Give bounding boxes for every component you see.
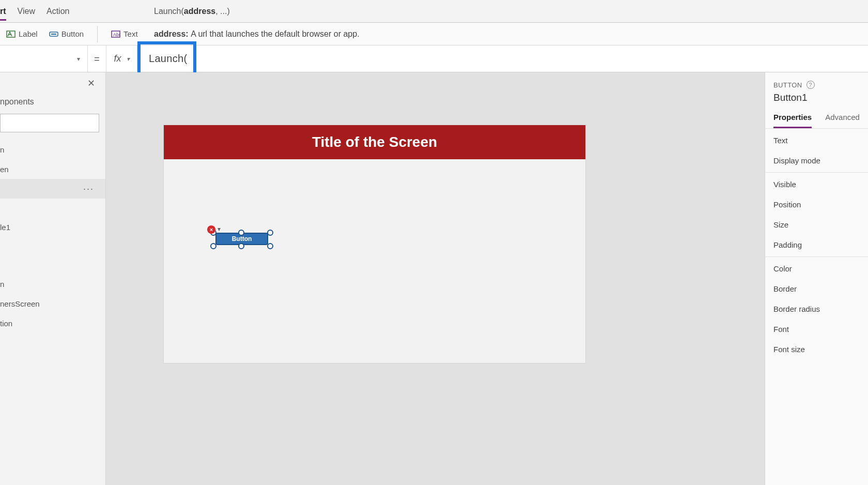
menu-tabs: rt View Action: [0, 0, 147, 22]
ribbon-text-text: Text: [123, 29, 138, 38]
tree-item[interactable]: n: [0, 274, 105, 294]
signature-current-param: address: [184, 7, 215, 16]
prop-font-size[interactable]: Font size: [773, 345, 860, 354]
properties-list: Text Display mode: [765, 129, 868, 172]
menu-bar: rt View Action Launch(address, ...): [0, 0, 868, 23]
tree-spacer: [0, 255, 105, 274]
prop-font[interactable]: Font: [773, 325, 860, 334]
label-icon: [6, 29, 16, 39]
prop-border-radius[interactable]: Border radius: [773, 305, 860, 313]
ribbon-controls: Label Button Abc Text: [0, 23, 147, 45]
chevron-down-icon: ▾: [77, 55, 80, 63]
tree-item-label: tion: [0, 319, 12, 328]
prop-border[interactable]: Border: [773, 284, 860, 293]
tree-search-input[interactable]: [0, 114, 99, 132]
tree-items: n en ··· le1 n nersScreen tion: [0, 140, 105, 485]
selected-control[interactable]: Button × ▾: [211, 228, 272, 250]
text-icon: Abc: [111, 29, 120, 39]
prop-display-mode[interactable]: Display mode: [773, 156, 860, 165]
prop-size[interactable]: Size: [773, 220, 860, 229]
param-desc: A url that launches the default browser …: [191, 29, 359, 39]
ribbon-item-button[interactable]: Button: [49, 29, 84, 39]
menu-tab-insert[interactable]: rt: [0, 2, 6, 21]
tab-properties[interactable]: Properties: [773, 113, 812, 128]
tree-spacer: [0, 199, 105, 217]
chevron-down-icon: ▾: [127, 55, 130, 63]
formula-input[interactable]: Launch(: [137, 53, 187, 65]
signature-prefix: Launch(: [154, 7, 184, 16]
ribbon-label-text: Label: [19, 29, 38, 38]
resize-handle[interactable]: [238, 230, 244, 236]
formula-input-wrap: Launch(: [137, 46, 868, 72]
menu-tab-view[interactable]: View: [18, 2, 35, 21]
resize-handle[interactable]: [210, 243, 216, 249]
ribbon-separator: [97, 26, 98, 42]
error-icon[interactable]: ×: [207, 225, 215, 234]
resize-handle[interactable]: [267, 230, 273, 236]
svg-rect-2: [51, 34, 56, 35]
properties-header: BUTTON ? Button1: [765, 72, 868, 105]
tree-item-label: n: [0, 280, 4, 289]
formula-bar: ▾ = fx ▾ Launch(: [0, 46, 868, 72]
tree-item-label: n: [0, 145, 4, 154]
properties-list: Visible Position Size Padding: [765, 173, 868, 256]
resize-handle[interactable]: [267, 243, 273, 249]
tree-item[interactable]: nersScreen: [0, 294, 105, 313]
tree-tab-components[interactable]: nponents: [0, 94, 105, 110]
tree-item[interactable]: n: [0, 140, 105, 159]
property-selector[interactable]: ▾: [0, 46, 88, 72]
tree-pane-header: ✕: [0, 72, 105, 94]
tree-view-pane: ✕ nponents n en ··· le1 n nersScreen tio…: [0, 72, 106, 485]
main-area: ✕ nponents n en ··· le1 n nersScreen tio…: [0, 72, 868, 485]
tree-item[interactable]: le1: [0, 217, 105, 237]
svg-text:Abc: Abc: [113, 32, 120, 37]
intellisense-signature: Launch(address, ...): [147, 0, 868, 22]
ribbon-item-text[interactable]: Abc Text: [111, 29, 138, 39]
control-name[interactable]: Button1: [773, 92, 860, 103]
properties-pane: BUTTON ? Button1 Properties Advanced Tex…: [765, 72, 868, 485]
prop-position[interactable]: Position: [773, 200, 860, 209]
canvas[interactable]: Title of the Screen Button × ▾: [106, 72, 765, 485]
tree-item-label: le1: [0, 223, 10, 232]
equals-label: =: [88, 46, 106, 72]
tree-item-label: en: [0, 165, 9, 174]
chevron-down-icon[interactable]: ▾: [218, 225, 221, 233]
control-type-label: BUTTON: [773, 81, 802, 89]
prop-text[interactable]: Text: [773, 136, 860, 145]
signature-suffix: , ...): [215, 7, 230, 16]
prop-visible[interactable]: Visible: [773, 180, 860, 189]
properties-tabs: Properties Advanced: [765, 105, 868, 129]
ribbon-button-text: Button: [61, 29, 84, 38]
tree-item[interactable]: en: [0, 159, 105, 179]
tab-advanced[interactable]: Advanced: [825, 113, 860, 128]
screen-preview[interactable]: Title of the Screen Button × ▾: [164, 125, 585, 363]
properties-list: Color Border Border radius Font Font siz…: [765, 257, 868, 361]
help-icon[interactable]: ?: [807, 81, 815, 89]
more-icon[interactable]: ···: [83, 184, 94, 194]
tree-item[interactable]: tion: [0, 313, 105, 333]
tree-spacer: [0, 237, 105, 255]
prop-color[interactable]: Color: [773, 264, 860, 273]
intellisense-param-desc: address: A url that launches the default…: [147, 29, 868, 39]
screen-header-label[interactable]: Title of the Screen: [164, 125, 585, 159]
tree-item-selected[interactable]: ···: [0, 179, 105, 199]
resize-handle[interactable]: [238, 243, 244, 249]
ribbon-bar: Label Button Abc Text address: A url tha…: [0, 23, 868, 46]
fx-button[interactable]: fx ▾: [106, 46, 137, 72]
prop-padding[interactable]: Padding: [773, 240, 860, 249]
param-name: address:: [154, 29, 189, 39]
fx-icon: fx: [114, 53, 121, 64]
tree-item-label: nersScreen: [0, 299, 40, 308]
button-icon: [49, 29, 58, 39]
menu-tab-action[interactable]: Action: [47, 2, 69, 21]
ribbon-item-label[interactable]: Label: [6, 29, 38, 39]
close-icon[interactable]: ✕: [87, 78, 95, 89]
